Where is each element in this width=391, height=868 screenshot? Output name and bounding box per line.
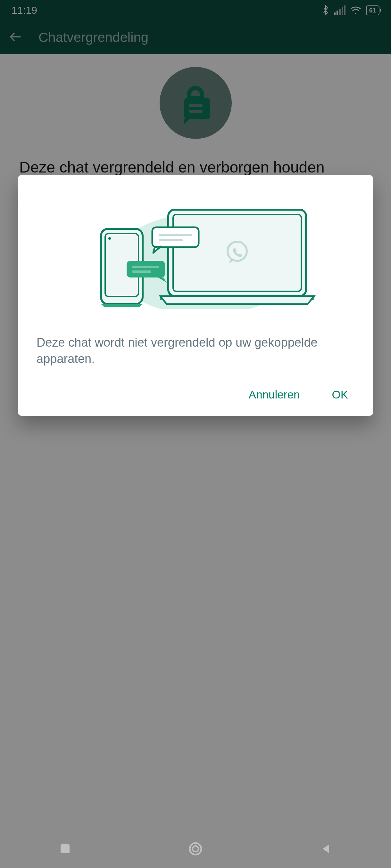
svg-rect-17 [159,234,192,236]
svg-rect-16 [152,227,199,247]
svg-rect-21 [132,271,151,273]
dialog-illustration [33,190,358,335]
dialog-message: Deze chat wordt niet vergrendeld op uw g… [33,335,358,367]
nav-recent-apps-icon[interactable] [57,841,73,857]
ok-button[interactable]: OK [329,385,351,404]
svg-point-15 [108,237,111,240]
navigation-bar [0,830,391,868]
cancel-button[interactable]: Annuleren [246,385,303,404]
nav-back-icon[interactable] [318,841,334,857]
svg-rect-18 [159,239,183,241]
modal-overlay[interactable]: Deze chat wordt niet vergrendeld op uw g… [0,0,391,868]
dialog: Deze chat wordt niet vergrendeld op uw g… [18,175,373,416]
svg-rect-20 [132,266,159,268]
svg-rect-19 [127,261,165,278]
svg-point-23 [190,843,201,855]
dialog-actions: Annuleren OK [33,367,358,404]
nav-home-icon[interactable] [188,841,203,857]
svg-rect-22 [61,844,69,853]
svg-rect-9 [168,210,306,296]
svg-point-24 [193,846,198,852]
